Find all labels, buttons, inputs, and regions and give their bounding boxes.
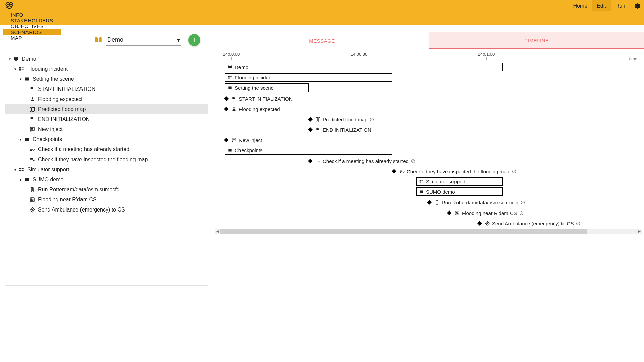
- header-link-edit[interactable]: Edit: [592, 0, 611, 11]
- scenario-select[interactable]: Demo ▾: [106, 35, 181, 46]
- book-icon: [227, 65, 233, 69]
- flag-icon: [29, 86, 36, 92]
- tree-item[interactable]: ▾Setting the scene: [5, 74, 208, 84]
- timeline-item[interactable]: Predicted flood map: [309, 114, 374, 124]
- tree-caret-icon[interactable]: ▾: [8, 57, 12, 61]
- tree-item-label: New inject: [38, 126, 63, 132]
- timeline-item-label: END INITIALIZATION: [323, 127, 371, 133]
- msg-icon: [29, 126, 36, 132]
- settings-icon[interactable]: [633, 2, 641, 10]
- timeline-item[interactable]: Send Ambulance (emergency) to CS: [478, 218, 581, 228]
- timeline-bar[interactable]: Simulator support: [416, 177, 503, 186]
- tree-item[interactable]: New inject: [5, 124, 208, 134]
- tree-item[interactable]: ▾SUMO demo: [5, 175, 208, 185]
- tree-item-label: END INITIALIZATION: [38, 116, 90, 122]
- svg-rect-20: [19, 168, 21, 169]
- svg-rect-4: [19, 67, 21, 69]
- box-icon: [227, 85, 233, 90]
- tree-caret-icon[interactable]: ▾: [18, 77, 23, 81]
- svg-line-52: [513, 170, 515, 172]
- svg-point-59: [437, 201, 437, 202]
- timeline-item[interactable]: Check if a meeting has already started: [309, 156, 416, 166]
- timeline-item-label: New inject: [239, 137, 262, 143]
- timeline-item[interactable]: Flooding near R'dam CS: [448, 208, 524, 218]
- timeline-bar[interactable]: Flooding incident: [225, 73, 392, 82]
- geo-icon: [454, 210, 460, 216]
- timeline-item-label: Run Rotterdam/data/osm.sumocfg: [442, 200, 518, 205]
- svg-rect-5: [19, 69, 21, 71]
- timeline-item[interactable]: New inject: [225, 135, 262, 145]
- tree-item-label: SUMO demo: [33, 177, 63, 183]
- timeline-scrollbar[interactable]: ◀ ▶: [215, 229, 642, 234]
- tree-item[interactable]: Run Rotterdam/data/osm.sumocfg: [5, 185, 208, 195]
- svg-rect-13: [25, 138, 29, 141]
- timeline-item[interactable]: START INITIALIZATION: [225, 94, 293, 104]
- timeline-bar[interactable]: Checkpoints: [225, 146, 392, 155]
- tab-info[interactable]: INFO: [3, 12, 61, 18]
- timeline-bar-label: Demo: [235, 64, 248, 70]
- tree-item[interactable]: Flooding near R'dam CS: [5, 195, 208, 205]
- tree-item[interactable]: ▾Checkpoints: [5, 134, 208, 144]
- timeline-item[interactable]: Flooding expected: [225, 104, 280, 114]
- chevron-down-icon: ▾: [177, 36, 180, 44]
- tree-item-label: Flooding expected: [38, 96, 82, 102]
- main-tabs: INFOSTAKEHOLDERSOBJECTIVESSCENARIOSMAP: [0, 12, 644, 25]
- tree-item[interactable]: ▾Demo: [5, 54, 208, 64]
- svg-rect-42: [228, 149, 231, 152]
- timeline-bar[interactable]: SUMO demo: [416, 187, 503, 196]
- tree-caret-icon[interactable]: ▾: [13, 67, 18, 71]
- tree-item[interactable]: ▾Simulator support: [5, 165, 208, 175]
- diamond-icon: [308, 159, 313, 163]
- diamond-icon: [224, 138, 229, 142]
- disabled-icon: [369, 117, 374, 122]
- timeline-bar-label: SUMO demo: [426, 189, 455, 195]
- svg-line-39: [371, 118, 373, 120]
- tree-item-label: Simulator support: [27, 167, 69, 173]
- tree-item[interactable]: Flooding expected: [5, 94, 208, 104]
- svg-line-47: [412, 160, 414, 162]
- scroll-left-button[interactable]: ◀: [215, 229, 220, 234]
- timeline-item-label: Flooding expected: [239, 106, 280, 112]
- svg-rect-53: [420, 180, 421, 181]
- tree-item[interactable]: Check if a meeting has already started: [5, 144, 208, 155]
- detail-subtabs: MESSAGETIMELINE: [215, 32, 644, 49]
- box-icon: [23, 177, 31, 183]
- timeline-row: Flooding incident: [215, 73, 644, 83]
- tree-item[interactable]: Predicted flood map: [5, 104, 208, 114]
- header-link-run[interactable]: Run: [611, 0, 630, 11]
- tree-item-label: Send Ambulance (emergency) to CS: [38, 207, 125, 213]
- tree-caret-icon[interactable]: ▾: [18, 178, 23, 182]
- tree-caret-icon[interactable]: ▾: [18, 137, 23, 142]
- tree-caret-icon[interactable]: ▾: [13, 168, 18, 172]
- subtab-message[interactable]: MESSAGE: [215, 32, 429, 49]
- timeline-item[interactable]: Check if they have inspected the floodin…: [392, 166, 517, 176]
- tree-item[interactable]: Check if they have inspected the floodin…: [5, 155, 208, 165]
- svg-rect-32: [228, 78, 230, 79]
- add-scenario-button[interactable]: +: [188, 34, 200, 46]
- check-icon: [399, 169, 405, 174]
- timeline-bar-label: Checkpoints: [235, 147, 263, 153]
- box-icon: [23, 76, 31, 82]
- timeline-item[interactable]: END INITIALIZATION: [309, 125, 371, 135]
- scroll-right-button[interactable]: ▶: [637, 229, 642, 234]
- timeline-bar[interactable]: Demo: [225, 63, 503, 71]
- tree-item-label: Run Rotterdam/data/osm.sumocfg: [38, 187, 120, 193]
- svg-rect-57: [420, 191, 423, 193]
- timeline-row: SUMO demo: [215, 187, 644, 197]
- check-icon: [315, 158, 321, 164]
- flag-icon: [231, 96, 237, 101]
- tree-item[interactable]: Send Ambulance (emergency) to CS: [5, 205, 208, 215]
- diamond-icon: [427, 200, 432, 205]
- scroll-thumb[interactable]: [220, 229, 587, 234]
- tree-item-label: Checkpoints: [33, 136, 62, 142]
- svg-point-2: [7, 4, 9, 5]
- tree-item[interactable]: START INITIALIZATION: [5, 84, 208, 94]
- svg-point-28: [32, 190, 33, 191]
- subtab-timeline[interactable]: TIMELINE: [429, 32, 644, 49]
- tree-item[interactable]: END INITIALIZATION: [5, 114, 208, 124]
- header-link-home[interactable]: Home: [568, 0, 592, 11]
- tab-stakeholders[interactable]: STAKEHOLDERS: [3, 18, 61, 23]
- timeline-item[interactable]: Run Rotterdam/data/osm.sumocfg: [428, 197, 525, 207]
- timeline-bar[interactable]: Setting the scene: [225, 83, 309, 92]
- tree-item[interactable]: ▾Flooding incident: [5, 64, 208, 74]
